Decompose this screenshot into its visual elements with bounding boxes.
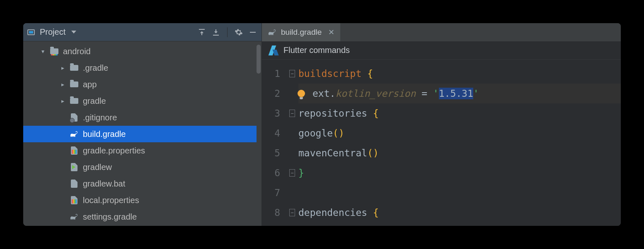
editor-tab-bar: build.gradle ✕ (262, 23, 621, 41)
project-tree[interactable]: ▾android▸.gradle▸app▸gradle.gitignorebui… (23, 41, 261, 226)
tree-node-label: android (63, 47, 91, 56)
fold-gutter[interactable]: −−−− (286, 60, 298, 226)
line-number: 6 (262, 163, 286, 183)
line-number: 1 (262, 64, 286, 84)
chevron-right-icon[interactable]: ▸ (60, 98, 65, 104)
tree-node-label: .gitignore (83, 113, 117, 122)
fold-close-icon[interactable]: − (289, 169, 295, 177)
tree-node-local-properties[interactable]: local.properties (23, 192, 257, 208)
divider (227, 27, 228, 37)
editor-tab-build-gradle[interactable]: build.gradle ✕ (262, 23, 340, 41)
chevron-right-icon[interactable]: ▸ (60, 81, 65, 88)
tree-node-android[interactable]: ▾android (23, 43, 257, 60)
tree-node-label: build.gradle (83, 129, 126, 139)
code-editor[interactable]: 12345678 −−−− buildscript { ext.kotlin_v… (262, 60, 621, 226)
tree-node-label: gradle.properties (83, 146, 145, 156)
tree-node--gradle[interactable]: ▸.gradle (23, 60, 257, 76)
hide-icon[interactable] (247, 27, 258, 38)
intention-bulb-icon[interactable] (298, 90, 305, 97)
tree-node-settings-gradle[interactable]: settings.gradle (23, 208, 257, 225)
tree-node-gradlew[interactable]: gradlew (23, 159, 257, 175)
chevron-right-icon[interactable]: ▸ (60, 65, 65, 71)
chevron-down-icon[interactable]: ▾ (40, 48, 46, 55)
line-number: 2 (262, 84, 286, 103)
tree-node-label: gradlew.bat (83, 179, 125, 189)
current-line[interactable]: ext.kotlin_version = '1.5.31' (298, 84, 621, 103)
scrollbar-thumb[interactable] (257, 45, 261, 74)
tree-node-gradlew-bat[interactable]: gradlew.bat (23, 175, 257, 192)
line-number: 8 (262, 203, 286, 223)
close-icon[interactable]: ✕ (328, 28, 334, 37)
tab-label: build.gradle (281, 28, 322, 37)
tree-node-label: settings.gradle (83, 212, 137, 222)
tree-node--gitignore[interactable]: .gitignore (23, 109, 257, 126)
collapse-all-icon[interactable] (196, 27, 207, 38)
tree-node-label: local.properties (83, 196, 139, 205)
line-number: 3 (262, 103, 286, 123)
tree-node-label: .gradle (83, 63, 108, 73)
selected-text[interactable]: 1.5.31 (439, 88, 473, 99)
fold-open-icon[interactable]: − (289, 70, 295, 77)
expand-all-icon[interactable] (211, 27, 221, 38)
fold-open-icon[interactable]: − (289, 110, 295, 117)
tree-node-label: gradlew (83, 163, 112, 172)
line-number: 4 (262, 123, 286, 143)
tree-node-app[interactable]: ▸app (23, 76, 257, 93)
line-number: 7 (262, 183, 286, 203)
line-number: 5 (262, 143, 286, 163)
tree-node-gradle[interactable]: ▸gradle (23, 93, 257, 109)
code-content[interactable]: buildscript { ext.kotlin_version = '1.5.… (298, 60, 621, 226)
tree-node-build-gradle[interactable]: build.gradle (23, 126, 257, 142)
tree-node-label: app (83, 80, 97, 89)
ide-window: Project ▾android▸.gradle▸app▸g (23, 23, 621, 226)
gradle-icon (268, 28, 277, 37)
tree-node-gradle-properties[interactable]: gradle.properties (23, 142, 257, 159)
dropdown-icon[interactable] (71, 31, 76, 34)
gear-icon[interactable] (233, 27, 244, 38)
flutter-icon (269, 45, 278, 55)
project-view-icon (27, 29, 35, 35)
line-number-gutter: 12345678 (262, 60, 286, 226)
project-view-label[interactable]: Project (40, 27, 65, 37)
tree-node-label: gradle (83, 96, 106, 106)
banner-label: Flutter commands (283, 45, 350, 55)
flutter-commands-banner[interactable]: Flutter commands (262, 41, 621, 60)
editor-pane: build.gradle ✕ Flutter commands 12345678… (262, 23, 621, 226)
project-tool-header: Project (23, 23, 261, 41)
fold-open-icon[interactable]: − (289, 209, 295, 216)
project-sidebar: Project ▾android▸.gradle▸app▸g (23, 23, 262, 226)
